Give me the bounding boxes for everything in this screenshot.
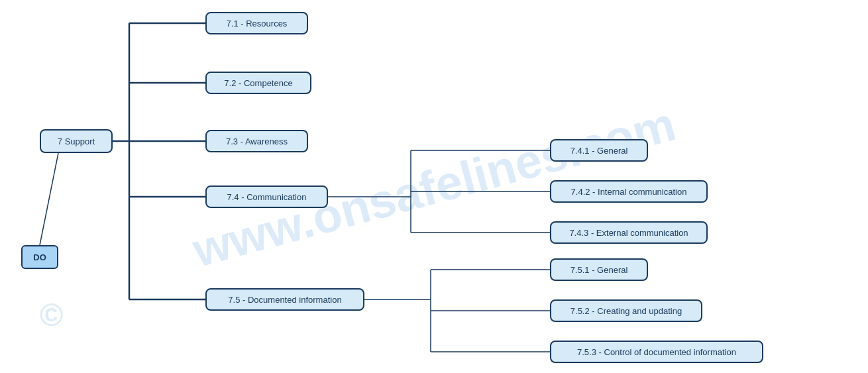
svg-line-7 [40,153,58,245]
diagram-container: www.onsafelines.com © [0,0,868,373]
node-75: 7.5 - Documented information [205,288,364,311]
node-72: 7.2 - Competence [205,72,311,94]
node-73: 7.3 - Awareness [205,130,308,152]
diagram-lines [0,0,868,373]
node-74: 7.4 - Communication [205,186,328,208]
node-751: 7.5.1 - General [550,258,648,281]
node-71: 7.1 - Resources [205,12,308,34]
node-741: 7.4.1 - General [550,139,648,162]
node-753: 7.5.3 - Control of documented informatio… [550,341,763,363]
node-support: 7 Support [40,129,113,153]
node-743: 7.4.3 - External communication [550,221,708,244]
node-742: 7.4.2 - Internal communication [550,180,708,203]
node-752: 7.5.2 - Creating and updating [550,299,702,322]
node-do: DO [21,245,58,269]
